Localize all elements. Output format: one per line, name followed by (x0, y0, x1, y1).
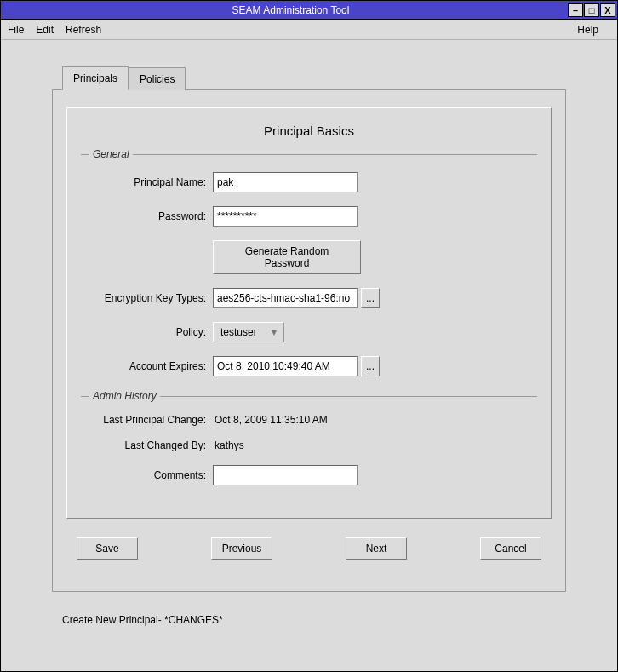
minimize-button[interactable]: – (568, 3, 583, 17)
comments-input[interactable] (213, 465, 358, 485)
label-last-principal-change: Last Principal Change: (81, 414, 213, 426)
fieldset-admin-history-label: Admin History (89, 390, 160, 402)
label-password: Password: (81, 210, 213, 222)
password-input[interactable] (213, 206, 358, 227)
status-line: Create New Principal- *CHANGES* (62, 614, 566, 626)
principal-name-input[interactable] (213, 172, 358, 192)
menu-edit[interactable]: Edit (36, 24, 54, 36)
window-controls: – □ X (567, 3, 617, 17)
close-button[interactable]: X (600, 3, 615, 17)
label-encryption-key-types: Encryption Key Types: (81, 292, 213, 304)
tab-strip: Principals Policies (62, 66, 566, 89)
label-last-changed-by: Last Changed By: (81, 439, 213, 451)
last-changed-by-value: kathys (213, 439, 244, 451)
principal-basics-panel: Principal Basics General Principal Name:… (66, 107, 552, 519)
label-policy: Policy: (81, 326, 213, 338)
window-title: SEAM Administration Tool (14, 4, 567, 16)
encryption-key-types-input[interactable] (213, 288, 358, 308)
previous-button[interactable]: Previous (211, 537, 272, 560)
fieldset-general: General Principal Name: Password: (81, 148, 537, 376)
tab-principals[interactable]: Principals (62, 66, 129, 90)
tab-policies[interactable]: Policies (129, 67, 186, 90)
account-expires-browse-button[interactable]: ... (361, 356, 380, 376)
fieldset-general-label: General (89, 148, 133, 160)
encryption-key-types-browse-button[interactable]: ... (361, 288, 380, 308)
content-area: Principals Policies Principal Basics Gen… (1, 40, 617, 635)
panel-title: Principal Basics (81, 123, 537, 138)
window-titlebar: SEAM Administration Tool – □ X (1, 1, 617, 20)
menu-refresh[interactable]: Refresh (66, 24, 101, 36)
fieldset-admin-history: Admin History Last Principal Change: Oct… (81, 390, 537, 485)
policy-select[interactable]: testuser ▾ (213, 322, 284, 342)
maximize-button[interactable]: □ (584, 3, 599, 17)
generate-random-password-button[interactable]: Generate Random Password (213, 240, 361, 274)
menubar: File Edit Refresh Help (1, 20, 617, 40)
label-account-expires: Account Expires: (81, 360, 213, 372)
cancel-button[interactable]: Cancel (480, 537, 541, 560)
save-button[interactable]: Save (77, 537, 138, 560)
label-principal-name: Principal Name: (81, 176, 213, 188)
last-principal-change-value: Oct 8, 2009 11:35:10 AM (213, 414, 328, 426)
action-button-row: Save Previous Next Cancel (66, 537, 552, 560)
chevron-down-icon: ▾ (270, 328, 278, 336)
policy-select-value: testuser (220, 326, 263, 338)
account-expires-input[interactable] (213, 356, 358, 376)
tab-panel: Principal Basics General Principal Name:… (52, 89, 566, 592)
menu-file[interactable]: File (8, 24, 24, 36)
label-comments: Comments: (81, 469, 213, 481)
menu-help[interactable]: Help (577, 24, 598, 36)
next-button[interactable]: Next (346, 537, 407, 560)
